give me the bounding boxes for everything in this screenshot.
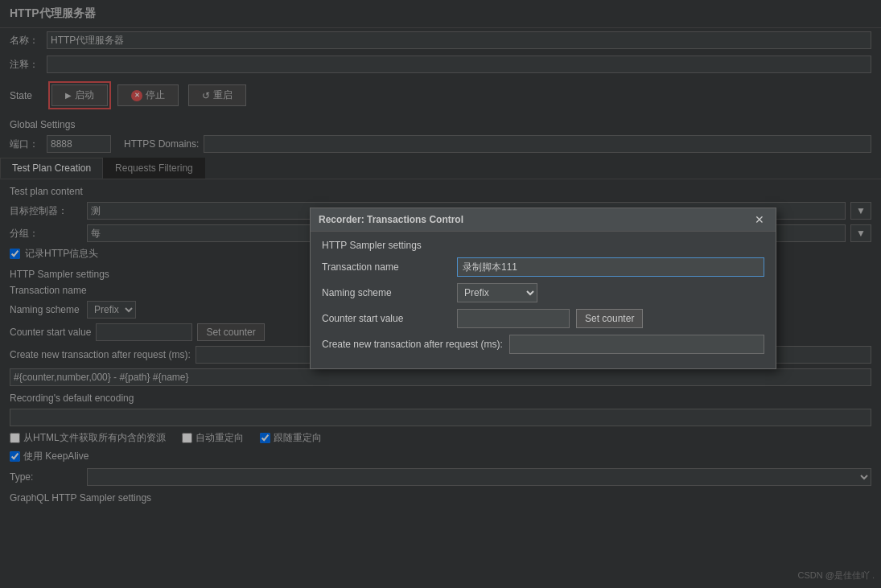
modal-counter-start-label: Counter start value xyxy=(322,313,451,324)
modal-body: HTTP Sampler settings Transaction name N… xyxy=(311,232,776,368)
modal-transaction-name-label: Transaction name xyxy=(322,261,451,273)
modal-title: Recorder: Transactions Control xyxy=(319,214,463,225)
modal-naming-scheme-row: Naming scheme Prefix xyxy=(322,283,764,302)
modal-create-after-input[interactable] xyxy=(509,335,764,354)
modal-transaction-name-row: Transaction name xyxy=(322,257,764,277)
modal-naming-scheme-select[interactable]: Prefix xyxy=(457,283,537,302)
modal-dialog: Recorder: Transactions Control ✕ HTTP Sa… xyxy=(310,208,776,369)
modal-section-title: HTTP Sampler settings xyxy=(322,240,764,251)
modal-counter-start-row: Counter start value Set counter xyxy=(322,309,764,328)
modal-naming-scheme-label: Naming scheme xyxy=(322,287,451,298)
modal-create-after-label: Create new transaction after request (ms… xyxy=(322,339,503,350)
modal-counter-start-input[interactable] xyxy=(457,309,570,328)
modal-set-counter-button[interactable]: Set counter xyxy=(576,309,643,328)
modal-create-after-row: Create new transaction after request (ms… xyxy=(322,335,764,354)
modal-close-button[interactable]: ✕ xyxy=(751,213,768,226)
modal-transaction-name-input[interactable] xyxy=(457,257,764,277)
modal-header: Recorder: Transactions Control ✕ xyxy=(311,208,776,232)
